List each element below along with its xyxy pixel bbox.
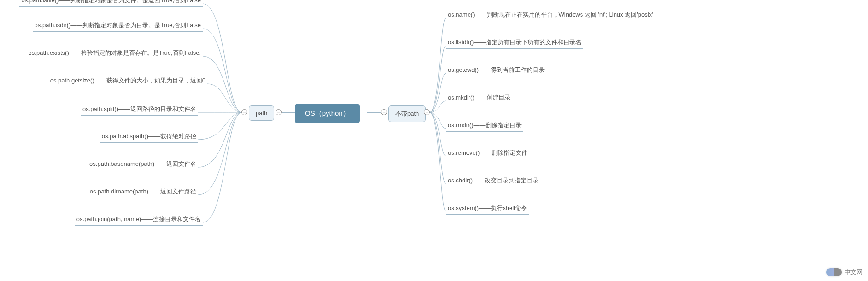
root-label: OS（python）	[305, 109, 350, 117]
leaf-item[interactable]: os.path.isfile()——判断指定对象是否为文件。是返回True,否则…	[19, 0, 203, 7]
branch-label: path	[256, 110, 267, 117]
leaf-item[interactable]: os.chdir()——改变目录到指定目录	[446, 176, 540, 187]
connector	[367, 112, 381, 113]
php-logo-icon	[826, 268, 842, 276]
leaf-item[interactable]: os.system()——执行shell命令	[446, 204, 529, 215]
collapse-toggle-left-inner[interactable]: –	[276, 109, 282, 115]
leaf-item[interactable]: os.path.abspath()——获得绝对路径	[100, 132, 198, 143]
leaf-item[interactable]: os.mkdir()——创建目录	[446, 94, 512, 104]
collapse-toggle-left-outer[interactable]: –	[241, 109, 247, 115]
leaf-item[interactable]: os.listdir()——指定所有目录下所有的文件和目录名	[446, 38, 583, 49]
leaf-item[interactable]: os.path.basename(path)——返回文件名	[88, 160, 198, 170]
branch-node-nopath[interactable]: 不带path	[388, 105, 426, 122]
watermark-text: 中文网	[845, 268, 862, 276]
watermark: 中文网	[826, 268, 862, 276]
branch-label: 不带path	[395, 110, 419, 117]
branch-node-path[interactable]: path	[249, 105, 274, 121]
leaf-item[interactable]: os.path.getsize()——获得文件的大小，如果为目录，返回0	[48, 76, 207, 87]
leaf-item[interactable]: os.remove()——删除指定文件	[446, 149, 529, 159]
leaf-item[interactable]: os.path.dirname(path)——返回文件路径	[88, 187, 198, 198]
leaf-item[interactable]: os.path.split()——返回路径的目录和文件名	[81, 105, 198, 116]
leaf-item[interactable]: os.rmdir()——删除指定目录	[446, 121, 523, 132]
leaf-item[interactable]: os.path.isdir()——判断指定对象是否为目录。是True,否则Fal…	[33, 21, 203, 32]
mindmap-canvas: OS（python） – path – – 不带path – os.path.i…	[0, 0, 868, 281]
connector	[282, 112, 295, 113]
leaf-item[interactable]: os.name()——判断现在正在实用的平台，Windows 返回 'nt'; …	[446, 11, 655, 21]
leaf-item[interactable]: os.path.join(path, name)——连接目录和文件名	[75, 215, 203, 226]
collapse-toggle-right-inner[interactable]: –	[381, 109, 387, 115]
root-node[interactable]: OS（python）	[295, 104, 360, 123]
collapse-toggle-right-outer[interactable]: –	[424, 109, 430, 115]
leaf-item[interactable]: os.getcwd()——得到当前工作的目录	[446, 66, 546, 76]
leaf-item[interactable]: os.path.exists()——检验指定的对象是否存在。是True,否则Fa…	[27, 49, 203, 59]
